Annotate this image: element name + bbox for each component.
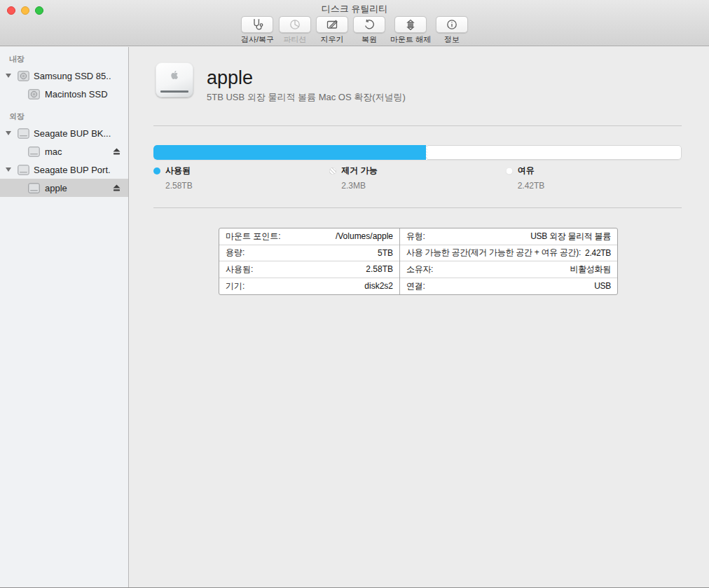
external-disk-icon <box>18 165 29 175</box>
toolbar: 검사/복구 파티션 지우기 <box>0 16 709 45</box>
erase-icon <box>316 16 348 33</box>
apple-logo-icon <box>169 69 180 81</box>
disclosure-triangle-icon[interactable] <box>6 131 11 135</box>
unmount-icon <box>394 16 427 33</box>
usage-bar <box>153 145 682 160</box>
free-swatch-icon <box>506 167 513 175</box>
volume-title: apple <box>207 67 253 89</box>
details-left-column: 마운트 포인트: /Volumes/apple 용량: 5TB 사용됨: 2.5… <box>219 228 400 294</box>
eject-icon[interactable] <box>112 184 121 192</box>
sidebar-section-internal: 내장 <box>0 51 128 67</box>
drive-slot <box>160 90 188 93</box>
table-row: 사용됨: 2.58TB <box>219 261 399 278</box>
restore-icon <box>353 16 385 33</box>
used-value: 2.58TB <box>165 181 329 191</box>
first-aid-button[interactable]: 검사/복구 <box>241 16 274 45</box>
sidebar-section-external: 외장 <box>0 109 128 124</box>
external-disk-icon <box>18 128 29 139</box>
legend-used: 사용됨 2.58TB <box>153 165 329 191</box>
table-row: 유형: USB 외장 물리적 볼륨 <box>400 228 617 245</box>
external-disk-icon <box>28 146 40 157</box>
sidebar-item-samsung-ssd[interactable]: Samsung SSD 85... <box>0 67 128 85</box>
disk-utility-window: 디스크 유틸리티 검사/복구 <box>0 0 709 588</box>
disclosure-triangle-icon[interactable] <box>6 167 11 172</box>
usage-legend: 사용됨 2.58TB 제거 가능 2.3MB 여유 2.42TB <box>153 165 682 191</box>
table-row: 사용 가능한 공간(제거 가능한 공간 + 여유 공간): 2.42TB <box>400 245 617 262</box>
legend-purgeable: 제거 가능 2.3MB <box>329 165 505 191</box>
usage-bar-purgeable-segment <box>426 145 427 160</box>
eject-icon[interactable] <box>112 147 121 156</box>
sidebar-item-seagate-bup-port[interactable]: Seagate BUP Port... <box>0 160 128 179</box>
partition-button[interactable]: 파티션 <box>279 16 311 45</box>
table-row: 용량: 5TB <box>219 245 399 262</box>
unmount-button[interactable]: 마운트 해제 <box>390 16 431 45</box>
details-table: 마운트 포인트: /Volumes/apple 용량: 5TB 사용됨: 2.5… <box>219 228 618 295</box>
partition-icon <box>279 16 311 33</box>
table-row: 마운트 포인트: /Volumes/apple <box>219 228 399 245</box>
title-bar: 디스크 유틸리티 검사/복구 <box>0 0 709 46</box>
table-row: 기기: disk2s2 <box>219 278 399 295</box>
external-disk-icon <box>28 183 40 193</box>
erase-button[interactable]: 지우기 <box>316 16 348 45</box>
volume-subtitle: 5TB USB 외장 물리적 볼륨 Mac OS 확장(저널링) <box>207 91 406 104</box>
usage-bar-used-segment <box>153 145 426 160</box>
window-title: 디스크 유틸리티 <box>0 3 709 15</box>
sidebar: 내장 Samsung SSD 85... Macintosh SSD 외장 <box>0 47 129 587</box>
restore-button[interactable]: 복원 <box>353 16 385 45</box>
details-right-column: 유형: USB 외장 물리적 볼륨 사용 가능한 공간(제거 가능한 공간 + … <box>400 228 617 294</box>
legend-free: 여유 2.42TB <box>506 165 682 191</box>
table-row: 연결: USB <box>400 278 617 295</box>
info-button[interactable]: 정보 <box>436 16 468 45</box>
sidebar-item-apple[interactable]: apple <box>0 179 128 197</box>
purgeable-swatch-icon <box>329 167 336 175</box>
info-icon <box>436 16 468 33</box>
first-aid-icon <box>241 16 273 33</box>
sidebar-item-mac[interactable]: mac <box>0 142 128 160</box>
used-swatch-icon <box>153 167 160 175</box>
purgeable-value: 2.3MB <box>341 181 505 191</box>
volume-icon <box>156 62 193 97</box>
sidebar-item-seagate-bup-bk[interactable]: Seagate BUP BK... <box>0 124 128 142</box>
free-value: 2.42TB <box>518 181 682 191</box>
main-content: apple 5TB USB 외장 물리적 볼륨 Mac OS 확장(저널링) 사… <box>130 47 709 587</box>
internal-disk-icon <box>18 71 29 81</box>
sidebar-item-macintosh-ssd[interactable]: Macintosh SSD <box>0 85 128 103</box>
separator <box>153 125 682 126</box>
table-row: 소유자: 비활성화됨 <box>400 261 617 278</box>
disclosure-triangle-icon[interactable] <box>6 74 11 78</box>
separator <box>153 207 682 208</box>
internal-disk-icon <box>28 89 40 100</box>
